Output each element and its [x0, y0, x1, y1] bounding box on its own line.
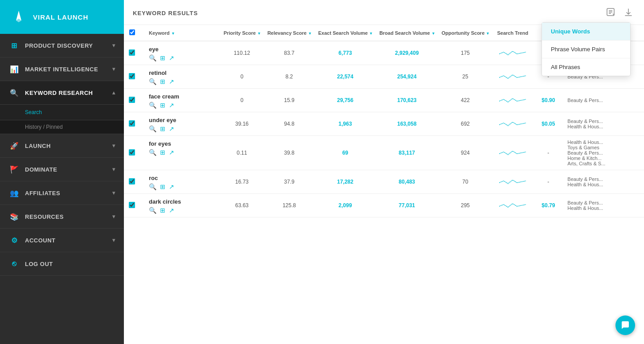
relevancy-score-cell: 39.8: [264, 136, 315, 170]
relevancy-score-cell: 15.9: [264, 89, 315, 112]
keyword-cell: roc 🔍 ⊞ ↗: [140, 170, 220, 194]
row-checkbox-for-eyes[interactable]: [129, 149, 135, 156]
priority-sort-icon[interactable]: ▾: [258, 31, 260, 36]
chat-button[interactable]: [615, 315, 635, 335]
exact-search-volume-cell[interactable]: 29,756: [315, 89, 376, 112]
export-icon[interactable]: [604, 6, 617, 20]
relevancy-sort-icon[interactable]: ▾: [309, 31, 311, 36]
search-action-icon[interactable]: 🔍: [149, 183, 156, 190]
priority-score-cell: 110.12: [220, 41, 264, 65]
sidebar-item-affiliates[interactable]: 👥 AFFILIATES ▾: [0, 181, 124, 205]
exact-volume-link[interactable]: 69: [342, 150, 348, 156]
keyword-name: roc: [149, 175, 217, 181]
exact-volume-link[interactable]: 17,282: [337, 179, 353, 185]
grid-action-icon[interactable]: ⊞: [160, 102, 165, 109]
col-relevancy-score: Relevancy Score ▾: [264, 25, 315, 41]
opportunity-score-cell: 25: [438, 65, 493, 89]
exact-search-volume-cell[interactable]: 1,963: [315, 112, 376, 136]
exact-search-volume-cell[interactable]: 2,099: [315, 194, 376, 217]
exact-search-volume-cell[interactable]: 69: [315, 136, 376, 170]
grid-action-icon[interactable]: ⊞: [160, 207, 165, 214]
sidebar-item-product-discovery[interactable]: ⊞ PRODUCT DISCOVERY ▾: [0, 34, 124, 57]
keyword-sort-icon[interactable]: ▾: [172, 31, 174, 36]
row-checkbox-eye[interactable]: [129, 49, 135, 56]
broad-volume-link[interactable]: 2,929,409: [395, 50, 418, 56]
sidebar-item-logout[interactable]: ⎋ LOG OUT: [0, 252, 124, 276]
grid-action-icon[interactable]: ⊞: [160, 125, 165, 132]
row-checkbox-under-eye[interactable]: [129, 120, 135, 127]
external-link-icon[interactable]: ↗: [169, 149, 174, 156]
search-action-icon[interactable]: 🔍: [149, 102, 156, 109]
dropdown-item-all-phrases[interactable]: All Phrases: [542, 58, 630, 76]
priority-score-cell: 63.63: [220, 194, 264, 217]
external-link-icon[interactable]: ↗: [169, 125, 174, 132]
row-checkbox-roc[interactable]: [129, 178, 135, 184]
row-checkbox-face-cream[interactable]: [129, 97, 135, 103]
external-link-icon[interactable]: ↗: [169, 78, 174, 85]
keyword-actions: 🔍 ⊞ ↗: [149, 54, 217, 61]
exact-volume-link[interactable]: 22,574: [337, 74, 353, 80]
exact-sort-icon[interactable]: ▾: [370, 31, 372, 36]
broad-volume-link[interactable]: 254,924: [397, 74, 416, 80]
exact-search-volume-cell[interactable]: 22,574: [315, 65, 376, 89]
external-link-icon[interactable]: ↗: [169, 207, 174, 214]
search-action-icon[interactable]: 🔍: [149, 207, 156, 214]
sidebar-item-account[interactable]: ⚙ ACCOUNT ▾: [0, 229, 124, 252]
keyword-name: eye: [149, 46, 217, 53]
sidebar-item-launch[interactable]: 🚀 LAUNCH ▾: [0, 134, 124, 158]
search-action-icon[interactable]: 🔍: [149, 54, 156, 61]
broad-search-volume-cell[interactable]: 2,929,409: [376, 41, 438, 65]
grid-action-icon[interactable]: ⊞: [160, 149, 165, 156]
broad-search-volume-cell[interactable]: 163,058: [376, 112, 438, 136]
external-link-icon[interactable]: ↗: [169, 183, 174, 190]
opp-sort-icon[interactable]: ▾: [487, 31, 489, 36]
exact-volume-link[interactable]: 2,099: [339, 202, 352, 209]
select-all-checkbox[interactable]: [129, 29, 135, 35]
external-link-icon[interactable]: ↗: [169, 54, 174, 61]
product-discovery-icon: ⊞: [9, 40, 20, 51]
download-icon[interactable]: [622, 6, 635, 20]
exact-volume-link[interactable]: 6,773: [339, 50, 352, 56]
broad-volume-link[interactable]: 83,117: [399, 150, 415, 156]
grid-action-icon[interactable]: ⊞: [160, 78, 165, 85]
search-action-icon[interactable]: 🔍: [149, 78, 156, 85]
sidebar-item-dominate[interactable]: 🚩 DOMINATE ▾: [0, 158, 124, 181]
search-action-icon[interactable]: 🔍: [149, 149, 156, 156]
keyword-name: face cream: [149, 93, 217, 100]
table-title: KEYWORD RESULTS: [133, 10, 198, 16]
broad-search-volume-cell[interactable]: 80,483: [376, 170, 438, 194]
sidebar-item-market-intelligence[interactable]: 📊 MARKET INTELLIGENCE ▾: [0, 57, 124, 81]
grid-action-icon[interactable]: ⊞: [160, 54, 165, 61]
grid-action-icon[interactable]: ⊞: [160, 183, 165, 190]
row-checkbox-retinol[interactable]: [129, 73, 135, 79]
sidebar-item-resources[interactable]: 📚 RESOURCES ▾: [0, 205, 124, 229]
cpc-cell: $0.90: [533, 89, 564, 112]
broad-search-volume-cell[interactable]: 170,623: [376, 89, 438, 112]
search-trend-cell: [492, 112, 533, 136]
dropdown-item-unique-words[interactable]: Unique Words: [542, 23, 630, 41]
broad-volume-link[interactable]: 77,031: [399, 202, 415, 209]
sidebar-item-keyword-research[interactable]: 🔍 KEYWORD RESEARCH ▴: [0, 81, 124, 105]
search-trend-cell: [492, 136, 533, 170]
sidebar-logo: VIRAL LAUNCH: [0, 0, 124, 34]
exact-volume-link[interactable]: 1,963: [339, 121, 352, 127]
row-checkbox-dark-circles[interactable]: [129, 202, 135, 208]
external-link-icon[interactable]: ↗: [169, 102, 174, 109]
broad-sort-icon[interactable]: ▾: [432, 31, 435, 36]
sidebar-item-history-pinned[interactable]: History / Pinned: [0, 120, 124, 134]
keyword-actions: 🔍 ⊞ ↗: [149, 149, 217, 156]
category-label: Beauty & Pers...: [567, 200, 640, 205]
broad-search-volume-cell[interactable]: 77,031: [376, 194, 438, 217]
exact-search-volume-cell[interactable]: 17,282: [315, 170, 376, 194]
exact-search-volume-cell[interactable]: 6,773: [315, 41, 376, 65]
broad-search-volume-cell[interactable]: 83,117: [376, 136, 438, 170]
broad-search-volume-cell[interactable]: 254,924: [376, 65, 438, 89]
broad-volume-link[interactable]: 170,623: [397, 97, 416, 103]
search-action-icon[interactable]: 🔍: [149, 125, 156, 132]
dropdown-item-phrase-volume-pairs[interactable]: Phrase Volume Pairs: [542, 41, 630, 58]
exact-volume-link[interactable]: 29,756: [337, 97, 353, 103]
col-keyword: Keyword ▾: [140, 25, 220, 41]
broad-volume-link[interactable]: 80,483: [399, 179, 415, 185]
sidebar-item-search[interactable]: Search: [0, 105, 124, 120]
broad-volume-link[interactable]: 163,058: [397, 121, 416, 127]
